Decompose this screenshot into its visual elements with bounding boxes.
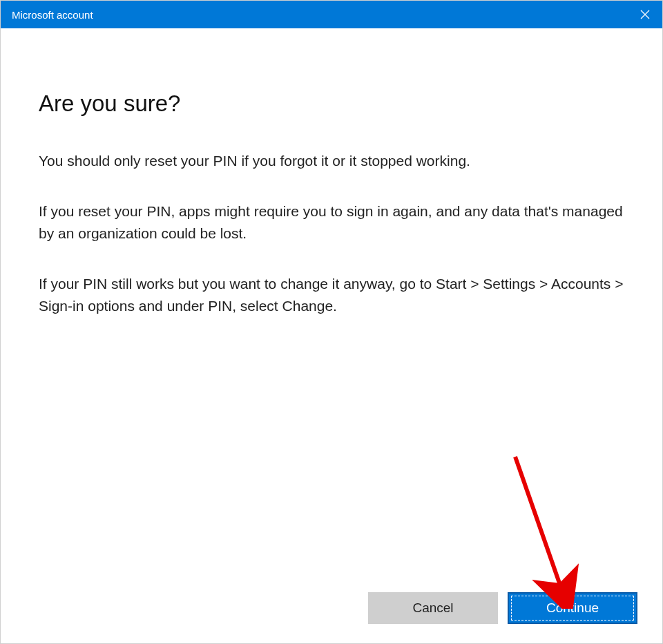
button-row: Cancel Continue [368, 592, 637, 624]
dialog-paragraph-1: You should only reset your PIN if you fo… [39, 150, 624, 173]
annotation-arrow-icon [505, 450, 588, 609]
dialog-content: Are you sure? You should only reset your… [1, 28, 662, 643]
titlebar-title: Microsoft account [12, 9, 93, 21]
dialog-heading: Are you sure? [39, 91, 624, 117]
dialog-paragraph-2: If you reset your PIN, apps might requir… [39, 200, 624, 245]
svg-line-2 [515, 457, 564, 595]
titlebar: Microsoft account [1, 1, 662, 28]
close-button[interactable] [628, 1, 662, 28]
dialog-paragraph-3: If your PIN still works but you want to … [39, 273, 624, 318]
dialog-window: Microsoft account Are you sure? You shou… [0, 0, 663, 644]
close-icon [640, 10, 650, 19]
cancel-button[interactable]: Cancel [368, 592, 498, 624]
continue-button[interactable]: Continue [508, 592, 637, 624]
